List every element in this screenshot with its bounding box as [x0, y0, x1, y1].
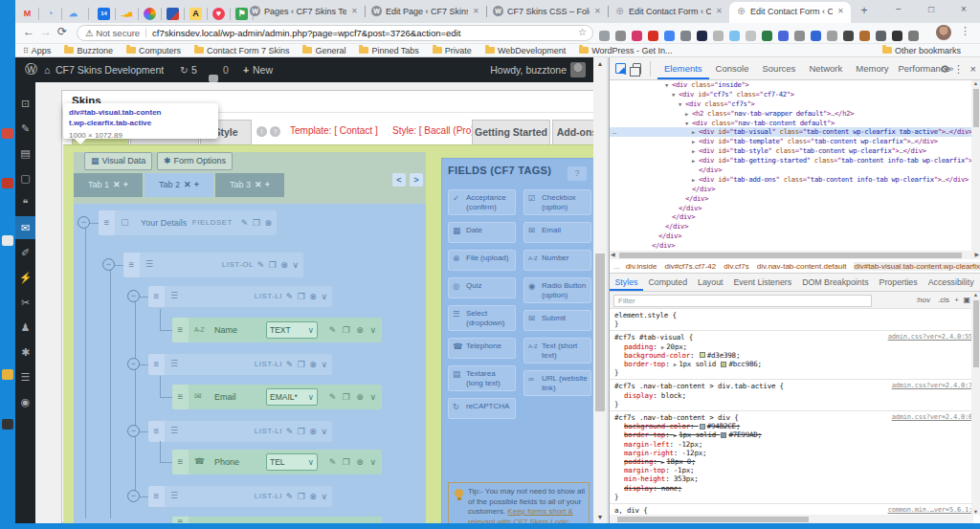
dom-node[interactable]: ▶<div id="tab-getting-started" class="ta…: [610, 156, 980, 165]
bookmark-star-icon[interactable]: ☆: [578, 27, 587, 37]
extension-icon[interactable]: [746, 31, 756, 41]
desktop-icon[interactable]: [2, 178, 13, 188]
reload-button[interactable]: ⟳: [57, 25, 67, 38]
cls-toggle[interactable]: .cls: [938, 292, 949, 309]
tree-row-list-ol[interactable]: ≡☰LIST-OL✎ ❐ ⊗ ∨: [123, 253, 303, 277]
field-type-select[interactable]: EMAIL*∨: [266, 388, 318, 406]
window-minimize-button[interactable]: −: [882, 0, 915, 21]
bookmark-folder[interactable]: Buzztone: [64, 44, 113, 57]
styles-filter-input[interactable]: [613, 295, 872, 307]
collapse-toggle-icon[interactable]: −: [127, 490, 140, 502]
collapse-toggle-icon[interactable]: −: [127, 358, 140, 370]
tab-close-icon[interactable]: ✕: [473, 7, 479, 15]
tree-row-your-details[interactable]: ≡▢Your DetailsFIELDSET✎ ❐ ⊗: [99, 210, 277, 235]
desktop-icon[interactable]: [2, 419, 13, 430]
styles-subtab-accessibility[interactable]: Accessibility: [923, 274, 979, 291]
bookmark-folder[interactable]: WordPress - Get In...: [579, 44, 672, 57]
scroll-up-icon[interactable]: ▲: [971, 80, 980, 86]
bookmark-folder[interactable]: Pinned Tabs: [359, 44, 418, 57]
sidebar-item-comments[interactable]: ❝: [15, 191, 35, 214]
forward-button[interactable]: →: [40, 25, 52, 38]
dom-node[interactable]: ▶<h2 class="nav-tab-wrapper default">…</…: [610, 109, 980, 119]
extension-icon[interactable]: [811, 31, 821, 41]
extension-icon[interactable]: [713, 31, 724, 41]
scrollbar-thumb[interactable]: [619, 253, 962, 258]
extension-icon[interactable]: [680, 31, 691, 41]
styles-subtab-properties[interactable]: Properties: [874, 274, 923, 291]
field-button-recaptcha[interactable]: ↻reCAPTCHA: [448, 398, 516, 419]
site-name-link[interactable]: CF7 Skins Development: [56, 57, 164, 82]
yellow-a-app-pinned-tab[interactable]: A: [189, 8, 202, 20]
drag-handle-icon[interactable]: ≡: [172, 318, 189, 342]
rule-selector[interactable]: a, div {: [614, 506, 648, 515]
field-type-select[interactable]: TEXT∨: [266, 321, 318, 339]
new-content-link[interactable]: New: [253, 57, 273, 82]
visual-data-button[interactable]: ▦Visual Data: [84, 152, 152, 170]
dom-node[interactable]: </div>: [610, 204, 980, 213]
drag-handle-icon[interactable]: ≡: [148, 286, 165, 307]
css-property[interactable]: border-top: ▶1px solid #bcc986;: [614, 360, 976, 368]
collapse-toggle-icon[interactable]: −: [102, 258, 115, 271]
updates-count[interactable]: 5: [191, 57, 197, 82]
gmail-pinned-tab[interactable]: M: [21, 8, 33, 20]
scroll-left-icon[interactable]: ◀: [611, 251, 615, 259]
field-button-text[interactable]: A-ZText (short text): [523, 338, 591, 364]
field-button-textarea[interactable]: ▤Textarea (long text): [448, 365, 516, 391]
window-close-button[interactable]: ×: [947, 0, 980, 21]
field-button-telephone[interactable]: ☎Telephone: [448, 338, 516, 359]
stylesheet-link[interactable]: common.min.…ver=5.6.1:2: [888, 506, 976, 515]
editor-tab-2[interactable]: Tab 2✕+: [145, 173, 213, 197]
bookmark-folder[interactable]: Computers: [126, 44, 181, 57]
extension-icon[interactable]: [697, 31, 707, 41]
css-property[interactable]: min-height: 353px;: [614, 474, 976, 483]
bookmark-folder[interactable]: Contact Form 7 Skins: [194, 44, 290, 57]
fields-help-button[interactable]: ?: [568, 166, 587, 181]
sidebar-item-extra[interactable]: ◉: [15, 390, 35, 413]
css-property[interactable]: margin-top: -1px;: [614, 466, 976, 474]
sidebar-item-plugins[interactable]: ⚡: [15, 266, 35, 289]
css-property[interactable]: background-color: #d3e398;: [614, 351, 976, 360]
help-badge-icon[interactable]: ?: [270, 126, 280, 137]
extension-icon[interactable]: [762, 31, 772, 41]
scrollbar-thumb[interactable]: [617, 517, 809, 522]
css-property[interactable]: margin-right: -12px;: [614, 449, 976, 457]
field-button-select[interactable]: ☰Select (dropdown): [448, 305, 516, 331]
field-button-radio[interactable]: ◉Radio Button (option): [523, 277, 591, 303]
color-swatch[interactable]: [700, 352, 705, 358]
bookmark-folder[interactable]: Private: [433, 44, 472, 57]
dom-node[interactable]: </div>: [610, 241, 980, 251]
tab-close-icon[interactable]: ✕: [184, 180, 191, 189]
browser-tab[interactable]: WCF7 Skins CSS – Folders & File✕: [486, 2, 608, 23]
scroll-down-icon[interactable]: ▼: [593, 511, 607, 523]
stylesheet-link[interactable]: admin.css?ver=2.4.0:69: [892, 413, 976, 422]
rule-selector[interactable]: element.style {: [614, 311, 677, 320]
sidebar-item-pages[interactable]: ▢: [15, 166, 35, 189]
styles-subtab-layout[interactable]: Layout: [693, 274, 728, 291]
field-button-file[interactable]: ⊕File (upload): [448, 250, 516, 271]
dom-node[interactable]: ▼<div id="cf7s" class="cf7-42">: [610, 90, 980, 99]
editor-tab-1[interactable]: Tab 1✕+: [74, 173, 143, 197]
editor-tab-3[interactable]: Tab 3✕+: [215, 173, 284, 197]
sidebar-item-settings[interactable]: ☰: [15, 365, 35, 388]
extension-icon[interactable]: [843, 31, 854, 41]
scrollbar-thumb[interactable]: [595, 253, 605, 411]
hov-toggle[interactable]: :hov: [916, 292, 930, 309]
breadcrumb-item[interactable]: div#tab-visual.tab-content.wp-clearfix.t…: [854, 262, 980, 271]
drag-handle-icon[interactable]: ≡: [148, 421, 165, 442]
device-toolbar-icon[interactable]: [633, 63, 641, 75]
breadcrumb-item[interactable]: div#cf7s.cf7-42: [664, 262, 716, 271]
tree-row-name[interactable]: ≡A-ZNameTEXT∨✎ ❐ ⊗ ∨: [172, 318, 382, 342]
tab-close-icon[interactable]: ✕: [255, 180, 262, 189]
bookmark-folder[interactable]: General: [302, 44, 345, 57]
devtools-close-icon[interactable]: ×: [970, 57, 976, 80]
desktop-icon[interactable]: [2, 369, 13, 380]
apps-shortcut[interactable]: ⠿Apps: [15, 44, 51, 58]
drag-handle-icon[interactable]: ≡: [123, 253, 140, 277]
dom-node[interactable]: ▼<div class="nav-tab-content default">: [610, 119, 980, 128]
extension-icon[interactable]: [664, 31, 675, 41]
tree-row-list-li[interactable]: ≡☰LIST-LI✎ ❐ ⊗ ∨: [148, 421, 332, 442]
sidebar-item-contact-form-7[interactable]: ✉: [15, 216, 35, 239]
extension-icon[interactable]: [778, 31, 789, 41]
devtools-settings-icon[interactable]: ⚙: [940, 57, 949, 80]
scrollbar-thumb[interactable]: [973, 300, 979, 367]
